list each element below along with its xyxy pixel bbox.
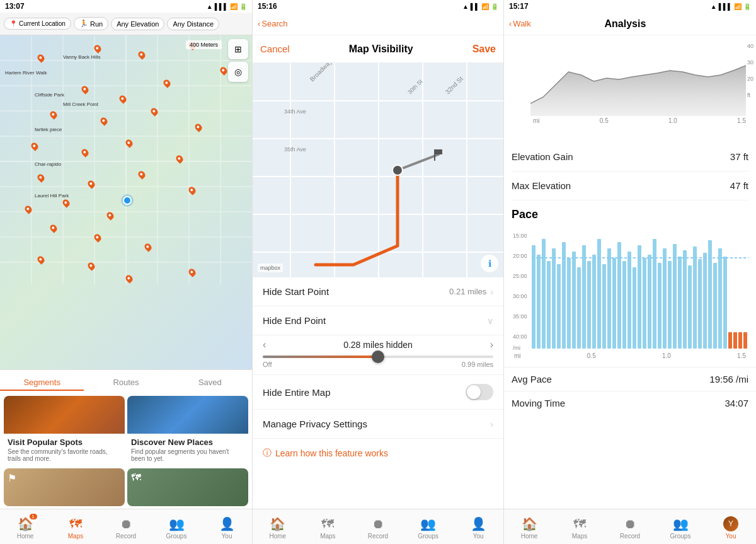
filter-run[interactable]: 🏃 Run xyxy=(74,17,108,30)
layers-button[interactable]: ⊞ xyxy=(228,39,248,59)
record-icon-3: ⏺ xyxy=(624,517,636,531)
svg-rect-48 xyxy=(552,248,556,349)
tab-record-3[interactable]: ⏺ Record xyxy=(605,514,655,540)
tab-record-2[interactable]: ⏺ Record xyxy=(353,514,403,540)
manage-privacy-row[interactable]: Manage Privacy Settings › xyxy=(253,410,503,439)
svg-rect-77 xyxy=(698,259,702,349)
map-label: Laurel Hill Park xyxy=(35,193,69,199)
card-bottom-2[interactable]: 🗺 xyxy=(127,468,248,506)
status-bar-2: 15:16 ▲ ▌▌ 📶 🔋 xyxy=(253,0,503,13)
panel-map-segments: 13:07 ▲ ▌▌▌ 📶 🔋 📍 Current Location 🏃 Run… xyxy=(0,0,252,544)
route-map[interactable]: Broadway 32nd St 30th St 34th Ave 35th A… xyxy=(253,63,503,277)
tab-maps-3[interactable]: 🗺 Maps xyxy=(554,514,605,540)
svg-rect-78 xyxy=(703,253,707,349)
card-popular-spots[interactable]: Visit Popular Spots See the community's … xyxy=(4,396,125,466)
maps-icon-3: 🗺 xyxy=(573,517,586,531)
pace-x-15: 1.5 xyxy=(737,352,746,359)
elevation-gain-row: Elevation Gain 37 ft xyxy=(512,142,748,171)
slider-fill xyxy=(263,356,382,358)
tab-routes[interactable]: Routes xyxy=(84,375,168,391)
tab-you-1[interactable]: 👤 You xyxy=(202,514,252,540)
tab-record-1[interactable]: ⏺ Record xyxy=(101,514,151,540)
tab-home-3[interactable]: 🏠 Home xyxy=(504,514,554,540)
hide-start-label: Hide Start Point xyxy=(263,286,329,297)
svg-text:/mi: /mi xyxy=(513,345,520,351)
manage-privacy-label: Manage Privacy Settings xyxy=(263,419,367,429)
slider-left-arrow[interactable]: ‹ xyxy=(263,339,266,350)
svg-text:25:00: 25:00 xyxy=(513,273,527,279)
svg-rect-82 xyxy=(723,257,727,349)
card-discover[interactable]: Discover New Places Find popular segment… xyxy=(127,396,248,466)
location-filter-icon: 📍 xyxy=(9,20,17,27)
panel-map-visibility: 15:16 ▲ ▌▌ 📶 🔋 ‹ Search Cancel Map Visib… xyxy=(252,0,504,544)
elevation-gain-value: 37 ft xyxy=(730,151,748,162)
filter-distance[interactable]: Any Distance xyxy=(167,18,219,30)
map-label: Cliffside Park xyxy=(35,92,64,98)
tab-groups-3[interactable]: 👥 Groups xyxy=(655,514,706,540)
wifi-icon: 📶 xyxy=(230,3,238,10)
back-chevron-icon-3: ‹ xyxy=(509,19,512,28)
svg-rect-46 xyxy=(542,239,546,349)
svg-rect-56 xyxy=(592,255,596,349)
tab-you-2[interactable]: 👤 You xyxy=(453,514,503,540)
save-button[interactable]: Save xyxy=(472,43,496,55)
svg-rect-54 xyxy=(582,245,586,349)
tab-you-3[interactable]: Y You xyxy=(706,514,756,540)
slider-thumb[interactable] xyxy=(372,350,384,363)
tab-home-2[interactable]: 🏠 Home xyxy=(253,514,303,540)
hide-end-row[interactable]: Hide End Point ∨ xyxy=(253,306,503,335)
map-background: Harlem River Walk Vanny Back Hills Cliff… xyxy=(0,35,252,369)
tab-maps-2[interactable]: 🗺 Maps xyxy=(303,514,353,540)
maps-icon-1: 🗺 xyxy=(69,517,82,531)
svg-rect-50 xyxy=(562,242,566,349)
svg-rect-69 xyxy=(658,263,662,349)
filter-location[interactable]: 📍 Current Location xyxy=(4,18,71,30)
cancel-button[interactable]: Cancel xyxy=(260,43,290,54)
slider-track[interactable] xyxy=(263,356,493,358)
svg-rect-68 xyxy=(653,239,656,349)
pace-x-axis: mi 0.5 1.0 1.5 xyxy=(512,352,748,359)
moving-time-value: 34:07 xyxy=(724,398,748,408)
hide-start-row[interactable]: Hide Start Point 0.21 miles › xyxy=(253,277,503,306)
pace-x-mi: mi xyxy=(514,352,521,359)
slider-right-arrow[interactable]: › xyxy=(490,339,493,350)
back-search-button[interactable]: ‹ Search xyxy=(258,19,288,28)
svg-rect-81 xyxy=(718,248,722,349)
card-image-discover xyxy=(127,396,248,434)
tab-home-1[interactable]: 🏠 1 Home xyxy=(0,514,50,540)
nav-arrow-icon-3: ▲ xyxy=(711,3,717,10)
svg-rect-76 xyxy=(693,246,697,349)
map-area[interactable]: Harlem River Walk Vanny Back Hills Cliff… xyxy=(0,35,252,369)
map-label: Char-rapido xyxy=(35,161,61,167)
tab-groups-2[interactable]: 👥 Groups xyxy=(403,514,454,540)
filter-elevation[interactable]: Any Elevation xyxy=(111,18,164,30)
back-walk-button[interactable]: ‹ Walk xyxy=(509,19,531,28)
location-button[interactable]: ◎ xyxy=(228,62,248,82)
tab-segments[interactable]: Segments xyxy=(0,375,84,391)
avg-pace-row: Avg Pace 19:56 /mi xyxy=(504,367,756,391)
svg-rect-83 xyxy=(728,332,732,349)
elev-y-20: 20 xyxy=(747,76,753,82)
learn-feature-row[interactable]: ⓘ Learn how this feature works xyxy=(253,439,503,468)
hide-map-label: Hide Entire Map xyxy=(263,387,331,398)
panel-analysis: 15:17 ▲ ▌▌▌ 📶 🔋 ‹ Walk Analysis xyxy=(504,0,756,544)
p2-nav-bar: ‹ Search xyxy=(253,13,503,35)
wifi-icon-2: 📶 xyxy=(481,3,489,10)
elevation-chart-area xyxy=(530,40,746,116)
svg-text:35th Ave: 35th Ave xyxy=(284,146,306,153)
mapbox-logo: mapbox xyxy=(258,263,283,272)
pace-chart: 15:00 20:00 25:00 30:00 35:00 40:00 /mi xyxy=(512,226,748,352)
elevation-gain-label: Elevation Gain xyxy=(512,151,573,162)
card-bottom-1[interactable]: ⚑ xyxy=(4,468,125,506)
moving-time-label: Moving Time xyxy=(512,398,565,408)
tab-saved[interactable]: Saved xyxy=(168,375,252,391)
tab-groups-1[interactable]: 👥 Groups xyxy=(151,514,202,540)
you-avatar-icon: Y xyxy=(723,516,738,531)
svg-rect-79 xyxy=(708,240,712,349)
max-elevation-value: 47 ft xyxy=(730,180,748,191)
info-button[interactable]: ℹ xyxy=(481,255,498,272)
hide-map-toggle[interactable] xyxy=(466,384,493,400)
svg-rect-62 xyxy=(622,261,626,349)
pace-title: Pace xyxy=(512,208,748,221)
tab-maps-1[interactable]: 🗺 Maps xyxy=(50,514,101,540)
